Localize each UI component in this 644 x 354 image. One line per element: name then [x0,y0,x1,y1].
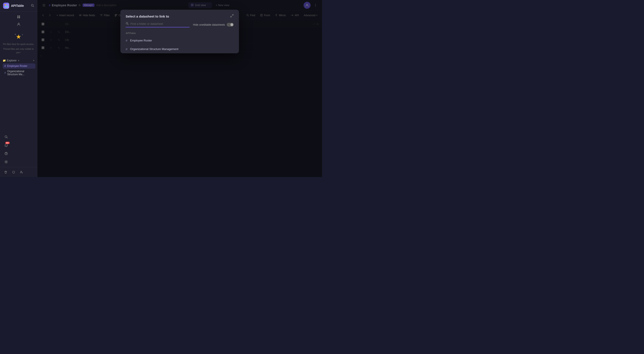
plus-left-icon: + [14,33,16,36]
svg-rect-0 [4,4,6,5]
svg-rect-7 [19,15,20,17]
sidebar: APITable ★ + + [0,0,37,177]
hash-icon: # [4,71,6,74]
nav-icon-people[interactable] [15,21,22,28]
modal-search-icon [126,22,129,26]
modal-body: # Employee Roster # Organizational Struc… [120,36,239,53]
svg-point-15 [6,162,7,163]
sidebar-item-label: Employee Roster [7,64,28,68]
modal-overlay[interactable]: Select a datasheet to link to [37,0,322,177]
pin-text-line1: Pin files here for quick access. [3,42,34,46]
nav-icon-settings[interactable] [3,158,10,165]
modal-header: Select a datasheet to link to [120,10,239,22]
modal-item-employee-roster[interactable]: # Employee Roster [120,36,239,45]
svg-rect-8 [17,17,18,18]
add-member-icon[interactable] [18,169,24,175]
pin-text-line2: Pinned files are only visible to you~ [3,47,34,54]
sidebar-bottom-icons: 99+ [0,132,37,167]
modal-item-org-structure[interactable]: # Organizational Structure Management [120,45,239,53]
modal-section-label: APITable [120,30,239,36]
modal-search-row: Hide uneditable datasheets [120,22,239,30]
modal-expand-icon[interactable] [230,14,234,18]
pin-star-icon: ★ [16,33,21,40]
sidebar-header: APITable [0,0,37,12]
modal-title: Select a datasheet to link to [126,14,169,18]
hash-icon: # [4,64,6,68]
svg-rect-3 [6,6,8,7]
notification-badge: 99+ [5,142,10,144]
sidebar-nav [0,12,37,30]
svg-point-10 [18,23,19,24]
nav-icon-search[interactable] [3,133,10,140]
modal-search-wrap [126,22,190,27]
select-datasheet-modal: Select a datasheet to link to [120,10,239,53]
svg-line-12 [7,138,8,138]
add-explorer-icon[interactable]: + [33,59,34,62]
hide-toggle[interactable] [227,23,234,26]
sidebar-footer [0,167,37,177]
modal-item-label: Organizational Structure Management [130,47,178,51]
svg-rect-6 [17,15,18,17]
app-name: APITable [11,4,24,7]
sidebar-item-employee-roster[interactable]: # Employee Roster [3,63,35,69]
svg-point-14 [6,154,6,155]
chevron-down-icon: ▾ [18,59,19,62]
nav-icon-help[interactable] [3,150,10,157]
hide-toggle-row: Hide uneditable datasheets [193,23,234,26]
plus-right-icon: + [22,33,23,36]
explorer-section: 📁 Explorer ▾ + # Employee Roster # Organ… [0,58,37,77]
main-area: # Employee Roster ☆ Manager Add a descri… [37,0,322,177]
folder-icon: 📁 [3,59,6,62]
explorer-label: Explorer [7,59,17,62]
modal-search-input[interactable] [130,22,190,25]
explorer-header[interactable]: 📁 Explorer ▾ + [2,58,35,63]
sidebar-item-org-structure[interactable]: # Organizational Structure Ma... [3,69,35,77]
hash-icon: # [126,39,128,42]
sidebar-item-label: Organizational Structure Ma... [7,70,34,76]
svg-line-5 [33,6,34,7]
pin-section: ★ + + Pin files here for quick access. P… [0,30,37,58]
svg-point-16 [21,171,22,172]
svg-line-43 [128,24,128,24]
svg-rect-9 [19,17,20,18]
hash-icon: # [126,47,128,51]
trash-icon[interactable] [3,169,9,175]
svg-rect-1 [6,4,8,5]
svg-rect-2 [4,6,6,7]
search-icon[interactable] [31,4,34,8]
explorer-items: # Employee Roster # Organizational Struc… [2,63,35,77]
nav-icon-notification[interactable]: 99+ [3,142,10,149]
refresh-icon[interactable] [10,169,17,175]
nav-icon-home[interactable] [15,13,22,20]
modal-item-label: Employee Roster [130,39,152,42]
hide-label: Hide uneditable datasheets [193,23,225,26]
app-logo [3,3,9,9]
